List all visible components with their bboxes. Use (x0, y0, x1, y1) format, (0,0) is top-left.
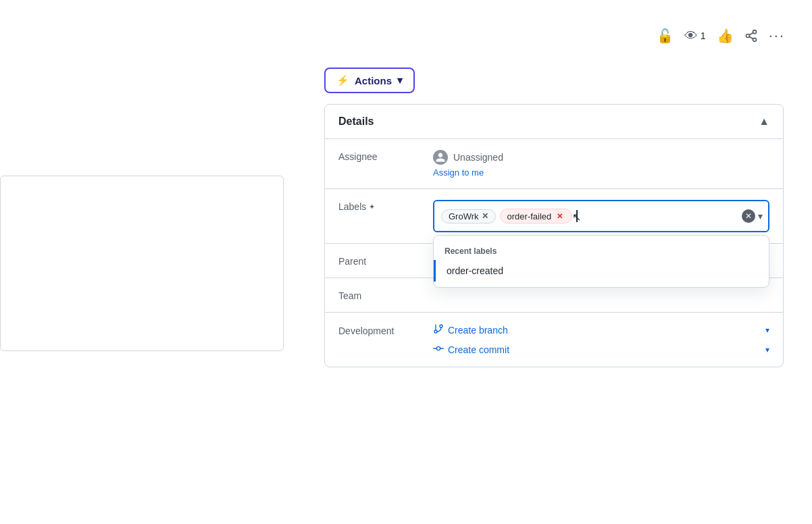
details-title: Details (338, 115, 374, 128)
actions-label: Actions (355, 75, 392, 86)
lightning-icon: ⚡ (336, 74, 349, 86)
assignee-label: Assignee (338, 150, 420, 162)
create-commit-row: Create commit ▾ (433, 343, 769, 356)
create-commit-link[interactable]: Create commit (433, 343, 509, 356)
share-icon[interactable] (744, 29, 758, 43)
assignee-value: Unassigned Assign to me (433, 150, 769, 178)
label-tag-orderfailed-text: order-failed (507, 211, 552, 221)
main-content: ⚡ Actions ▾ Details ▲ Assignee (324, 68, 797, 367)
assignee-name-row: Unassigned (433, 150, 769, 165)
labels-label: Labels ✦ (338, 200, 420, 212)
create-commit-text: Create commit (448, 344, 509, 355)
commit-icon (433, 343, 444, 356)
top-bar: 🔓 👁 1 👍 ··· (657, 27, 785, 45)
left-placeholder-box (0, 176, 284, 351)
user-avatar-icon (433, 150, 448, 165)
create-branch-text: Create branch (448, 325, 508, 336)
commit-chevron-icon[interactable]: ▾ (765, 345, 769, 355)
chevron-down-icon: ▾ (397, 74, 403, 86)
labels-dropdown: Recent labels order-created (433, 235, 769, 288)
assign-to-me-link[interactable]: Assign to me (433, 167, 769, 178)
assignee-text: Unassigned (453, 152, 503, 163)
assignee-row: Assignee Unassigned Assign to me (325, 139, 783, 189)
create-commit-value: Create commit ▾ (433, 343, 769, 356)
development-label: Development (338, 324, 420, 336)
details-header: Details ▲ (325, 105, 783, 139)
eye-icon[interactable]: 👁 1 (684, 28, 706, 44)
thumbsup-icon[interactable]: 👍 (717, 28, 734, 44)
label-chevron-button[interactable]: ▾ (758, 211, 763, 221)
eye-symbol: 👁 (684, 28, 698, 44)
page-container: 🔓 👁 1 👍 ··· ⚡ Actions ▾ Details (0, 0, 812, 524)
details-panel: Details ▲ Assignee Unassigned Assign (324, 104, 784, 367)
label-tag-growrk-text: GroWrk (449, 211, 479, 221)
label-tag-orderfailed-remove[interactable]: ✕ (554, 211, 565, 221)
parent-label: Parent (338, 255, 420, 267)
actions-button[interactable]: ⚡ Actions ▾ (324, 68, 415, 93)
label-tag-orderfailed: order-failed ✕ ↖ (500, 209, 573, 224)
text-cursor (576, 210, 578, 222)
create-branch-row: Create branch ▾ (433, 323, 769, 336)
development-row: Development (325, 313, 783, 367)
labels-input-container: GroWrk ✕ order-failed ✕ ↖ (433, 200, 769, 232)
eye-count: 1 (701, 30, 706, 41)
label-input-actions: ✕ ▾ (742, 209, 763, 223)
svg-line-4 (749, 32, 753, 34)
labels-row: Labels ✦ GroWrk ✕ order-failed ✕ (325, 189, 783, 244)
development-value: Create branch ▾ (433, 323, 769, 336)
star-icon: ✦ (369, 203, 375, 211)
dropdown-item-text: order-created (447, 265, 503, 276)
dropdown-item-order-created[interactable]: order-created (434, 260, 769, 282)
chevron-up-icon[interactable]: ▲ (759, 115, 769, 128)
team-label: Team (338, 289, 420, 301)
dropdown-section-title: Recent labels (434, 241, 769, 260)
labels-input-box[interactable]: GroWrk ✕ order-failed ✕ ↖ (433, 200, 769, 232)
svg-line-3 (749, 36, 753, 38)
branch-chevron-icon[interactable]: ▾ (765, 325, 769, 335)
create-branch-link[interactable]: Create branch (433, 323, 508, 336)
lock-icon[interactable]: 🔓 (657, 28, 674, 44)
label-tag-growrk-remove[interactable]: ✕ (482, 211, 488, 221)
label-clear-button[interactable]: ✕ (742, 209, 755, 223)
more-options-icon[interactable]: ··· (769, 27, 785, 45)
branch-icon (433, 323, 444, 336)
label-tag-growrk: GroWrk ✕ (441, 209, 496, 224)
svg-point-8 (436, 346, 440, 350)
